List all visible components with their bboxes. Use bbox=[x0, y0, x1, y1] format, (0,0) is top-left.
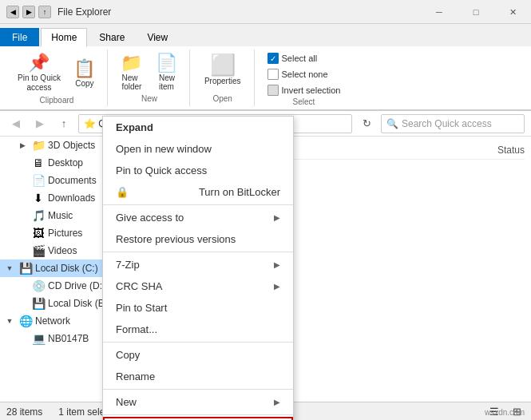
sidebar-label: Downloads bbox=[48, 192, 95, 204]
ctx-restore-versions[interactable]: Restore previous versions bbox=[103, 228, 293, 250]
refresh-button[interactable]: ↻ bbox=[357, 114, 376, 133]
new-folder-button[interactable]: 📁 Newfolder bbox=[116, 51, 148, 94]
ribbon-content: 📌 Pin to Quick access 📋 Copy Clipboard 📁… bbox=[0, 46, 531, 110]
cd-icon: 💿 bbox=[32, 279, 45, 292]
ctx-sep-3 bbox=[103, 342, 293, 343]
expand-icon bbox=[16, 209, 29, 222]
clipboard-label: Clipboard bbox=[40, 96, 74, 106]
pictures-icon: 🖼 bbox=[32, 227, 45, 240]
ctx-sep-4 bbox=[103, 389, 293, 390]
folder-icon: 📁 bbox=[32, 139, 45, 152]
up-icon: ↑ bbox=[38, 6, 51, 18]
search-icon: 🔍 bbox=[386, 118, 398, 129]
open-label: Open bbox=[212, 94, 232, 105]
sidebar-label: Documents bbox=[48, 175, 97, 186]
expand-icon bbox=[16, 174, 29, 187]
sidebar-label: NB0147B bbox=[48, 333, 89, 344]
maximize-button[interactable]: □ bbox=[458, 0, 494, 24]
expand-icon: ▼ bbox=[3, 262, 16, 275]
ctx-open-new-window[interactable]: Open in new window bbox=[103, 138, 293, 160]
tab-share[interactable]: Share bbox=[89, 28, 135, 46]
select-group: ✓ Select all Select none Invert selectio… bbox=[263, 51, 346, 97]
expand-icon bbox=[16, 279, 29, 292]
new-section: 📁 Newfolder 📄 Newitem New bbox=[109, 50, 190, 106]
up-button[interactable]: ↑ bbox=[54, 114, 73, 133]
ctx-bitlocker[interactable]: 🔒 Turn on BitLocker bbox=[103, 181, 293, 203]
copy-button[interactable]: 📋 Copy bbox=[69, 57, 101, 91]
expand-icon bbox=[16, 192, 29, 204]
ctx-give-access[interactable]: Give access to bbox=[103, 207, 293, 228]
videos-icon: 🎬 bbox=[32, 244, 45, 257]
ctx-rename[interactable]: Rename bbox=[103, 366, 293, 387]
clipboard-section: 📌 Pin to Quick access 📋 Copy Clipboard bbox=[6, 50, 108, 106]
expand-icon: ▼ bbox=[3, 315, 16, 327]
minimize-button[interactable]: ─ bbox=[421, 0, 458, 24]
tab-home[interactable]: Home bbox=[41, 28, 87, 47]
back-button[interactable]: ◀ bbox=[6, 114, 26, 133]
sidebar-label: 3D Objects bbox=[48, 140, 95, 151]
properties-icon: ⬜ bbox=[210, 54, 236, 75]
title-bar: ◀ ▶ ↑ File Explorer ─ □ ✕ bbox=[0, 0, 531, 24]
select-none-icon bbox=[267, 69, 279, 80]
music-icon: 🎵 bbox=[32, 209, 45, 222]
new-item-button[interactable]: 📄 Newitem bbox=[151, 51, 183, 94]
ctx-crc-sha[interactable]: CRC SHA bbox=[103, 275, 293, 297]
pin-label: Pin to Quick access bbox=[18, 73, 61, 93]
copy-label: Copy bbox=[75, 79, 93, 88]
ribbon-tabs: File Home Share View bbox=[0, 24, 531, 46]
tab-file[interactable]: File bbox=[0, 28, 39, 46]
invert-icon bbox=[267, 85, 279, 96]
forward-icon: ▶ bbox=[22, 6, 35, 18]
back-icon: ◀ bbox=[6, 6, 19, 18]
select-none-button[interactable]: Select none bbox=[263, 67, 346, 81]
ctx-new[interactable]: New bbox=[103, 391, 293, 413]
desktop-icon: 🖥 bbox=[32, 157, 45, 169]
invert-label: Invert selection bbox=[282, 85, 341, 95]
ctx-sep-2 bbox=[103, 252, 293, 252]
ctx-sep-5 bbox=[103, 414, 293, 415]
clipboard-buttons: 📌 Pin to Quick access 📋 Copy bbox=[13, 51, 101, 96]
expand-icon bbox=[16, 332, 29, 345]
copy-icon: 📋 bbox=[73, 60, 95, 77]
computer-icon: 💻 bbox=[32, 332, 45, 345]
bitlocker-icon: 🔒 bbox=[116, 186, 129, 198]
select-section: ✓ Select all Select none Invert selectio… bbox=[256, 50, 352, 106]
sidebar-label: CD Drive (D:) bbox=[48, 280, 105, 291]
properties-button[interactable]: ⬜ Properties bbox=[198, 51, 248, 89]
ctx-properties[interactable]: Properties bbox=[103, 417, 293, 420]
content-column-header: Status bbox=[497, 145, 525, 156]
new-label: New bbox=[141, 94, 157, 105]
ctx-copy[interactable]: Copy bbox=[103, 344, 293, 366]
sidebar-label: Pictures bbox=[48, 228, 82, 239]
ctx-sep-1 bbox=[103, 204, 293, 205]
new-folder-label: Newfolder bbox=[121, 73, 141, 91]
close-button[interactable]: ✕ bbox=[494, 0, 531, 24]
expand-icon bbox=[16, 157, 29, 169]
expand-icon bbox=[16, 297, 29, 310]
ctx-pin-quick-access[interactable]: Pin to Quick access bbox=[103, 160, 293, 181]
documents-icon: 📄 bbox=[32, 174, 45, 187]
select-all-icon: ✓ bbox=[267, 53, 279, 64]
tab-view[interactable]: View bbox=[137, 28, 178, 46]
item-count: 28 items bbox=[6, 406, 42, 418]
select-label: Select bbox=[293, 97, 315, 108]
search-bar[interactable]: 🔍 Search Quick access bbox=[381, 114, 525, 133]
ctx-pin-start[interactable]: Pin to Start bbox=[103, 297, 293, 319]
open-buttons: ⬜ Properties bbox=[198, 51, 248, 89]
disk-e-icon: 💾 bbox=[32, 297, 45, 310]
ctx-expand[interactable]: Expand bbox=[103, 117, 293, 138]
pin-icon: 📌 bbox=[28, 54, 50, 72]
invert-selection-button[interactable]: Invert selection bbox=[263, 83, 346, 97]
forward-button[interactable]: ▶ bbox=[30, 114, 50, 133]
new-buttons: 📁 Newfolder 📄 Newitem bbox=[116, 51, 183, 94]
ctx-format[interactable]: Format... bbox=[103, 319, 293, 340]
ribbon: File Home Share View 📌 Pin to Quick acce… bbox=[0, 24, 531, 111]
window-controls: ─ □ ✕ bbox=[421, 0, 531, 24]
select-all-button[interactable]: ✓ Select all bbox=[263, 51, 346, 65]
sidebar-label: Local Disk (E:) bbox=[48, 298, 110, 309]
ctx-7zip[interactable]: 7-Zip bbox=[103, 254, 293, 275]
title-bar-icons: ◀ ▶ ↑ bbox=[6, 6, 51, 18]
pin-quick-access-button[interactable]: 📌 Pin to Quick access bbox=[13, 51, 65, 96]
expand-icon bbox=[16, 244, 29, 257]
watermark: wsxdn.com bbox=[485, 408, 525, 417]
